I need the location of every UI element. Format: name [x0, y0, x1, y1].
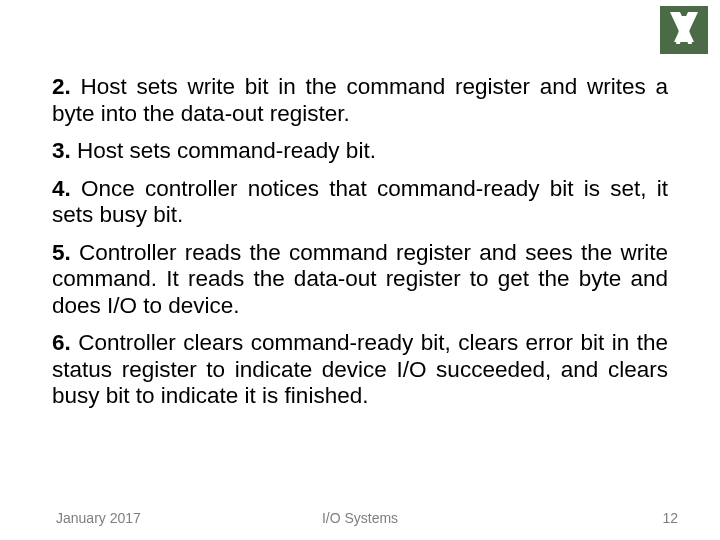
item-text: Once controller notices that command-rea…: [52, 176, 668, 228]
item-text: Controller clears command-ready bit, cle…: [52, 330, 668, 408]
list-item: 5. Controller reads the command register…: [52, 240, 668, 320]
list-item: 2. Host sets write bit in the command re…: [52, 74, 668, 127]
university-logo: [658, 4, 710, 56]
item-number: 4.: [52, 176, 71, 201]
list-item: 4. Once controller notices that command-…: [52, 176, 668, 229]
logo-icon: [658, 4, 710, 56]
item-text: Host sets write bit in the command regis…: [52, 74, 668, 126]
item-text: Controller reads the command register an…: [52, 240, 668, 318]
item-text: Host sets command-ready bit.: [71, 138, 376, 163]
item-number: 6.: [52, 330, 71, 355]
list-item: 3. Host sets command-ready bit.: [52, 138, 668, 165]
footer-title: I/O Systems: [0, 510, 720, 526]
slide-content: 2. Host sets write bit in the command re…: [52, 74, 668, 421]
item-number: 2.: [52, 74, 71, 99]
footer-page-number: 12: [662, 510, 678, 526]
slide: 2. Host sets write bit in the command re…: [0, 0, 720, 540]
item-number: 5.: [52, 240, 71, 265]
slide-footer: January 2017 I/O Systems 12: [0, 502, 720, 526]
item-number: 3.: [52, 138, 71, 163]
list-item: 6. Controller clears command-ready bit, …: [52, 330, 668, 410]
